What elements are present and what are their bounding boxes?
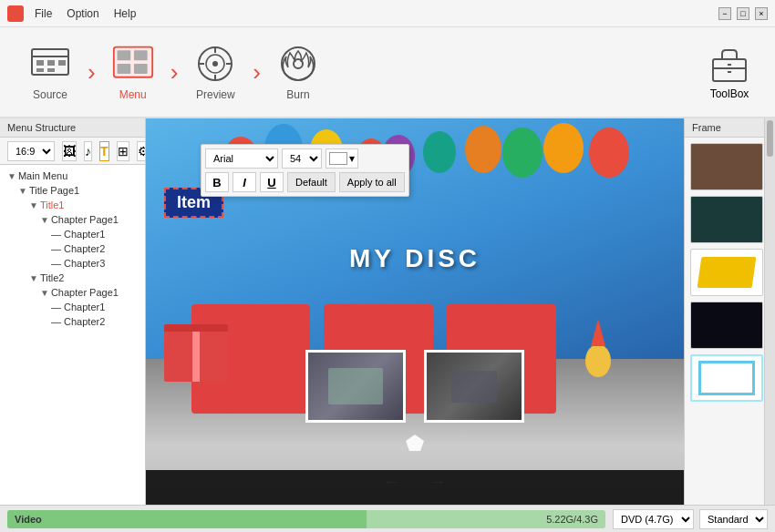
video-thumb-1[interactable]	[305, 350, 406, 423]
color-swatch	[329, 152, 347, 165]
tree-chapter-page1-t2[interactable]: ▼ Chapter Page1	[0, 285, 145, 300]
menu-label: Menu	[119, 88, 147, 101]
frame-header: Frame	[685, 118, 775, 138]
quality-select[interactable]: Standard High Low	[699, 509, 768, 529]
size-select[interactable]: 54 12 24 36 48 72	[282, 148, 322, 169]
tree-chapter2-t1[interactable]: — Chapter2	[0, 241, 145, 256]
toolbox-label: ToolBox	[710, 87, 749, 100]
svg-rect-6	[36, 60, 44, 66]
underline-button[interactable]: U	[260, 172, 284, 192]
source-icon	[29, 43, 71, 85]
tree-arrow: ▼	[29, 200, 38, 210]
tree-title2[interactable]: ▼ Title2	[0, 271, 145, 285]
tree-chapter1-t1[interactable]: — Chapter1	[0, 227, 145, 241]
menu-option[interactable]: Option	[67, 7, 98, 20]
video-thumb-2[interactable]	[424, 350, 524, 423]
app-wrapper: File Option Help − □ ×	[0, 0, 775, 532]
tree-chapter1-t2[interactable]: — Chapter1	[0, 300, 145, 314]
frame-item-lightblue[interactable]	[690, 354, 770, 402]
title-bar-menu: File Option Help	[35, 7, 136, 20]
toolbox-icon	[709, 45, 749, 87]
italic-button[interactable]: I	[232, 172, 256, 192]
svg-rect-1	[16, 8, 21, 13]
tree-title1[interactable]: ▼ Title1	[0, 198, 145, 212]
apply-all-button[interactable]: Apply to all	[339, 172, 405, 192]
svg-rect-15	[134, 64, 148, 74]
content-area: Menu Structure 16:9 4:3 🖼 ♪ T ⊞ ⚙ ▼ Main…	[0, 118, 775, 505]
bold-button[interactable]: B	[205, 172, 229, 192]
frame-swatch-lightblue	[690, 354, 763, 402]
burn-icon	[277, 43, 319, 85]
title-bar-controls: − □ ×	[718, 7, 768, 20]
menu-structure-header: Menu Structure	[0, 118, 145, 138]
status-video-section: Video 5.22G/4.3G	[7, 510, 605, 528]
tree-arrow: ▼	[40, 215, 49, 225]
image-icon[interactable]: 🖼	[62, 141, 77, 161]
right-panel: Frame	[684, 118, 775, 505]
music-icon[interactable]: ♪	[84, 141, 92, 161]
frame-swatch-brown	[690, 143, 763, 190]
close-button[interactable]: ×	[755, 7, 768, 20]
svg-rect-10	[47, 68, 55, 72]
grid-icon[interactable]: ⊞	[117, 141, 129, 161]
menu-structure-title: Menu Structure	[7, 122, 76, 133]
toolbar-menu[interactable]: Menu	[92, 31, 174, 113]
default-button[interactable]: Default	[287, 172, 336, 192]
toolbar-items: Source › Menu ›	[9, 31, 693, 113]
status-video-fill	[7, 510, 367, 528]
tree-chapter2-t2[interactable]: — Chapter2	[0, 314, 145, 329]
svg-point-18	[212, 61, 218, 66]
text-icon[interactable]: T	[99, 141, 109, 161]
svg-rect-8	[58, 60, 66, 66]
thumb-container	[305, 350, 524, 423]
menu-help[interactable]: Help	[114, 7, 137, 20]
toolbar-arrow-1: ›	[88, 58, 96, 87]
svg-rect-9	[36, 68, 44, 72]
text-format-row: Arial Times New Roman Helvetica 54 12 24…	[205, 148, 405, 169]
color-picker-btn[interactable]: ▾	[326, 148, 358, 169]
toolbar-burn[interactable]: Burn	[257, 31, 339, 113]
tree-main-menu[interactable]: ▼ Main Menu	[0, 169, 145, 183]
app-logo	[7, 5, 24, 22]
tree-view: ▼ Main Menu ▼ Title Page1 ▼ Title1 ▼ Cha…	[0, 165, 145, 505]
center-panel: Item MY DISC	[146, 118, 684, 505]
settings-icon[interactable]: ⚙	[137, 141, 146, 161]
tree-title-page1[interactable]: ▼ Title Page1	[0, 183, 145, 198]
svg-rect-13	[134, 50, 148, 60]
frame-item-yellow[interactable]	[690, 249, 770, 296]
font-select[interactable]: Arial Times New Roman Helvetica	[205, 148, 278, 169]
aspect-ratio-select[interactable]: 16:9 4:3	[7, 141, 55, 161]
svg-rect-3	[16, 15, 21, 19]
toolbar-arrow-3: ›	[253, 58, 261, 87]
svg-rect-7	[47, 60, 55, 66]
svg-rect-0	[10, 8, 15, 13]
status-video-bar: Video 5.22G/4.3G	[7, 510, 605, 528]
menu-file[interactable]: File	[35, 7, 52, 20]
frame-item-teal[interactable]	[690, 196, 770, 243]
color-dropdown-icon: ▾	[349, 152, 355, 165]
menu-icon	[112, 43, 154, 85]
tree-chapter-page1[interactable]: ▼ Chapter Page1	[0, 212, 145, 227]
right-scrollbar[interactable]	[764, 118, 775, 505]
burn-label: Burn	[286, 88, 309, 101]
toolbar-toolbox[interactable]: ToolBox	[693, 31, 766, 113]
frame-item-brown[interactable]	[690, 143, 770, 190]
status-size-label: 5.22G/4.3G	[546, 514, 598, 525]
text-toolbar: Arial Times New Roman Helvetica 54 12 24…	[201, 144, 409, 197]
tree-chapter3-t1[interactable]: — Chapter3	[0, 256, 145, 271]
frame-item-black[interactable]	[690, 302, 770, 349]
svg-rect-25	[713, 59, 746, 81]
minimize-button[interactable]: −	[718, 7, 731, 20]
svg-rect-14	[117, 64, 130, 74]
toolbar-preview[interactable]: Preview	[174, 31, 256, 113]
status-dvd-section: DVD (4.7G) DVD (8.5G) Blu-ray 25G Standa…	[613, 509, 768, 529]
maximize-button[interactable]: □	[737, 7, 749, 20]
toolbar-arrow-2: ›	[170, 58, 179, 87]
toolbar-source[interactable]: Source	[9, 31, 91, 113]
frame-swatch-black	[690, 302, 763, 349]
status-bar: Video 5.22G/4.3G DVD (4.7G) DVD (8.5G) B…	[0, 505, 775, 532]
canvas-area[interactable]: Item MY DISC	[146, 118, 684, 505]
frame-list	[685, 138, 775, 505]
dvd-type-select[interactable]: DVD (4.7G) DVD (8.5G) Blu-ray 25G	[613, 509, 694, 529]
tree-arrow: ▼	[18, 186, 27, 196]
